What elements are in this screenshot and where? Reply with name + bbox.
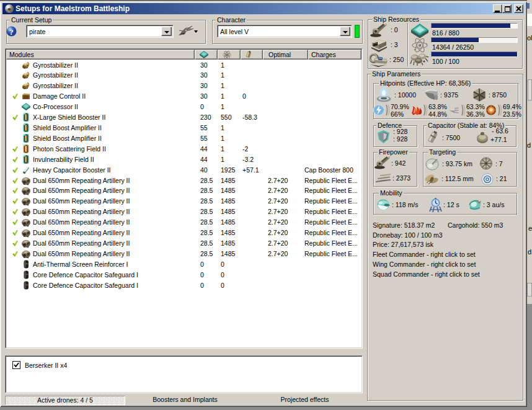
svg-text:?: ? (9, 27, 14, 37)
